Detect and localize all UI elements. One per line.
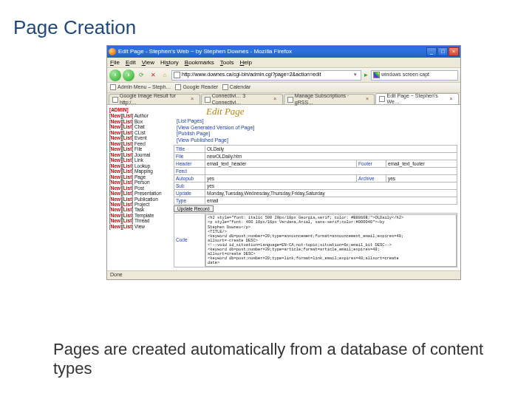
sidebar-new-link[interactable]: New — [111, 207, 120, 212]
sidebar-list-link[interactable]: List — [123, 152, 132, 157]
reload-button[interactable]: ⟳ — [136, 70, 146, 81]
sidebar-list-link[interactable]: List — [123, 218, 132, 223]
menu-bookmarks[interactable]: Bookmarks — [185, 59, 214, 66]
menu-history[interactable]: History — [160, 59, 179, 66]
sidebar-type-name[interactable]: Publication — [134, 197, 158, 202]
sidebar-type-name[interactable]: Thread — [134, 218, 150, 223]
bookmark-item[interactable]: Calendar — [222, 84, 250, 90]
sidebar-type-name[interactable]: Post — [134, 185, 144, 191]
link-publish[interactable]: Publish Page — [177, 131, 457, 137]
sidebar-type-name[interactable]: Person — [134, 180, 150, 185]
sidebar-type-name[interactable]: Chat — [134, 124, 145, 129]
field-title[interactable]: OLDaily — [205, 145, 457, 152]
field-header[interactable]: email_text_header — [205, 160, 357, 167]
sidebar-new-link[interactable]: New — [111, 130, 120, 135]
sidebar-list-link[interactable]: List — [123, 124, 132, 129]
menu-view[interactable]: View — [142, 59, 154, 66]
link-view-published[interactable]: View Published Page — [177, 137, 457, 144]
menu-edit[interactable]: Edit — [126, 59, 136, 66]
tab[interactable]: Manage Subscriptions · gRSS…× — [284, 94, 375, 104]
menu-file[interactable]: File — [110, 59, 120, 66]
sidebar-list-link[interactable]: List — [123, 141, 132, 146]
menu-tools[interactable]: Tools — [220, 59, 234, 66]
sidebar-list-link[interactable]: List — [123, 213, 132, 218]
tab-close-icon[interactable]: × — [450, 96, 456, 102]
sidebar-new-link[interactable]: New — [111, 157, 120, 163]
sidebar-type-name[interactable]: CList — [134, 130, 146, 135]
tab[interactable]: Google Image Result for http:/…× — [109, 94, 200, 104]
sidebar-type-name[interactable]: File — [134, 146, 142, 151]
sidebar-new-link[interactable]: New — [111, 224, 120, 229]
field-type[interactable]: email — [205, 197, 457, 204]
sidebar-type-name[interactable]: Box — [134, 119, 143, 124]
close-button[interactable]: × — [449, 47, 459, 56]
sidebar-new-link[interactable]: New — [111, 119, 120, 124]
sidebar-new-link[interactable]: New — [111, 152, 120, 157]
tab[interactable]: Connectivi… 3 Connectivi…× — [201, 94, 283, 104]
sidebar-list-link[interactable]: List — [123, 157, 132, 163]
bookmark-item[interactable]: Admin Menu – Steph… — [110, 84, 171, 90]
sidebar-type-name[interactable]: Lookup — [134, 163, 150, 168]
sidebar-type-name[interactable]: Project — [134, 202, 149, 207]
sidebar-list-link[interactable]: List — [123, 119, 132, 124]
sidebar-type-name[interactable]: Mapping — [134, 168, 153, 174]
update-record-button[interactable]: Update Record — [174, 205, 214, 212]
sidebar-type-name[interactable]: View — [134, 224, 145, 229]
sidebar-type-name[interactable]: Feed — [134, 141, 146, 146]
sidebar-type-name[interactable]: Task — [134, 207, 144, 212]
sidebar-list-link[interactable]: List — [123, 135, 132, 140]
sidebar-list-link[interactable]: List — [123, 113, 132, 118]
sidebar-type-name[interactable]: Link — [134, 157, 143, 163]
window-titlebar[interactable]: Edit Page - Stephen's Web ~ by Stephen D… — [107, 46, 460, 58]
menu-help[interactable]: Help — [240, 59, 252, 66]
field-sub[interactable]: yes — [205, 182, 457, 189]
sidebar-type-name[interactable]: Event — [134, 135, 147, 140]
sidebar-list-link[interactable]: List — [123, 180, 132, 185]
sidebar-new-link[interactable]: New — [111, 185, 120, 191]
field-code[interactable]: <h2 style="font: italic 500 20px/18px Ge… — [205, 214, 457, 267]
go-button[interactable]: ▸ — [364, 71, 368, 78]
sidebar-list-link[interactable]: List — [123, 163, 132, 168]
tab-close-icon[interactable]: × — [191, 96, 197, 102]
minimize-button[interactable]: _ — [426, 47, 437, 56]
sidebar-new-link[interactable]: New — [111, 135, 120, 140]
tab-close-icon[interactable]: × — [366, 96, 372, 102]
sidebar-list-link[interactable]: List — [123, 197, 132, 202]
back-button[interactable]: ‹ — [109, 69, 121, 81]
sidebar-new-link[interactable]: New — [111, 218, 120, 223]
bookmark-item[interactable]: Google Reader — [175, 84, 217, 90]
sidebar-new-link[interactable]: New — [111, 124, 120, 129]
field-archive[interactable]: yes — [386, 174, 457, 182]
sidebar-list-link[interactable]: List — [123, 168, 132, 174]
sidebar-new-link[interactable]: New — [111, 197, 120, 202]
field-update[interactable]: Monday,Tuesday,Wednesday,Thursday,Friday… — [205, 189, 457, 197]
sidebar-type-name[interactable]: Author — [134, 113, 149, 118]
stop-button[interactable]: ✕ — [148, 70, 158, 81]
maximize-button[interactable]: □ — [437, 47, 448, 56]
field-feed[interactable] — [205, 167, 457, 174]
sidebar-type-name[interactable]: Presentation — [134, 191, 162, 196]
tab-close-icon[interactable]: × — [273, 96, 279, 102]
forward-button[interactable]: › — [123, 69, 134, 81]
sidebar-new-link[interactable]: New — [111, 213, 120, 218]
sidebar-new-link[interactable]: New — [111, 163, 120, 168]
search-bar[interactable]: windows screen capt — [371, 70, 458, 81]
sidebar-type-name[interactable]: Page — [134, 174, 146, 180]
sidebar-type-name[interactable]: Template — [134, 213, 154, 218]
sidebar-type-name[interactable]: Journal — [134, 152, 150, 157]
sidebar-list-link[interactable]: List — [123, 191, 132, 196]
link-view-generated[interactable]: View Generated Version of Page — [177, 125, 457, 132]
search-engine-icon[interactable] — [373, 72, 380, 78]
sidebar-new-link[interactable]: New — [111, 113, 120, 118]
sidebar-list-link[interactable]: List — [123, 202, 132, 207]
field-autopub[interactable]: yes — [205, 174, 357, 182]
sidebar-new-link[interactable]: New — [111, 146, 120, 151]
sidebar-list-link[interactable]: List — [123, 185, 132, 191]
sidebar-list-link[interactable]: List — [123, 146, 132, 151]
url-dropdown-icon[interactable]: ▾ — [352, 72, 359, 78]
sidebar-new-link[interactable]: New — [111, 141, 120, 146]
url-bar[interactable]: http://www.downes.ca/cgi-bin/admin.cgi?p… — [171, 70, 361, 81]
sidebar-list-link[interactable]: List — [123, 174, 132, 180]
sidebar-list-link[interactable]: List — [123, 207, 132, 212]
sidebar-list-link[interactable]: List — [123, 224, 132, 229]
